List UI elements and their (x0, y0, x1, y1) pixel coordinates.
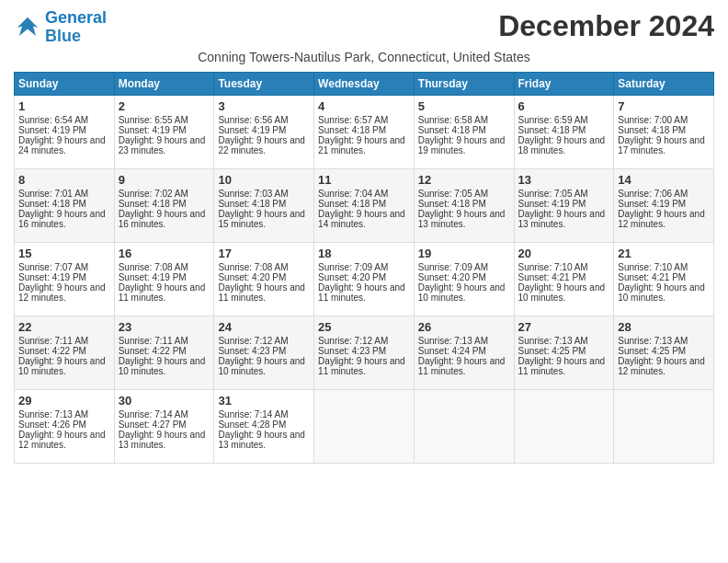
daylight-label: Daylight: 9 hours and 14 minutes. (318, 209, 405, 229)
logo-line2: Blue (45, 27, 81, 45)
day-number: 31 (218, 394, 310, 408)
daylight-label: Daylight: 9 hours and 16 minutes. (18, 209, 106, 229)
logo-text: General Blue (45, 9, 107, 46)
day-number: 8 (18, 173, 110, 187)
weekday-header-wednesday: Wednesday (314, 72, 415, 95)
sunrise-label: Sunrise: 7:13 AM (518, 336, 588, 346)
sunset-label: Sunset: 4:18 PM (418, 125, 486, 135)
daylight-label: Daylight: 9 hours and 16 minutes. (119, 209, 206, 229)
calendar-cell: 23Sunrise: 7:11 AMSunset: 4:22 PMDayligh… (114, 316, 214, 389)
weekday-header-monday: Monday (114, 72, 214, 95)
day-number: 29 (18, 394, 110, 408)
sunset-label: Sunset: 4:23 PM (318, 346, 386, 356)
calendar-cell: 6Sunrise: 6:59 AMSunset: 4:18 PMDaylight… (514, 95, 614, 168)
sunrise-label: Sunrise: 7:04 AM (318, 189, 388, 199)
sunrise-label: Sunrise: 6:56 AM (218, 115, 288, 125)
daylight-label: Daylight: 9 hours and 24 minutes. (18, 135, 106, 155)
sunset-label: Sunset: 4:19 PM (119, 125, 187, 135)
sunset-label: Sunset: 4:21 PM (518, 272, 586, 282)
sunset-label: Sunset: 4:19 PM (119, 272, 187, 282)
calendar-cell: 2Sunrise: 6:55 AMSunset: 4:19 PMDaylight… (114, 95, 214, 168)
day-number: 2 (119, 99, 210, 113)
month-title: December 2024 (498, 9, 714, 43)
sunrise-label: Sunrise: 7:05 AM (418, 189, 488, 199)
day-number: 30 (119, 394, 210, 408)
sunset-label: Sunset: 4:20 PM (318, 272, 386, 282)
day-number: 20 (518, 247, 610, 260)
sunset-label: Sunset: 4:18 PM (418, 199, 486, 209)
sunset-label: Sunset: 4:19 PM (218, 125, 286, 135)
calendar-cell: 12Sunrise: 7:05 AMSunset: 4:18 PMDayligh… (414, 168, 514, 242)
sunset-label: Sunset: 4:19 PM (18, 125, 86, 135)
sunrise-label: Sunrise: 7:11 AM (18, 336, 88, 346)
sunset-label: Sunset: 4:19 PM (18, 272, 86, 282)
sunset-label: Sunset: 4:25 PM (518, 346, 586, 356)
calendar-cell: 14Sunrise: 7:06 AMSunset: 4:19 PMDayligh… (614, 168, 714, 242)
calendar-cell: 5Sunrise: 6:58 AMSunset: 4:18 PMDaylight… (414, 95, 514, 168)
sunset-label: Sunset: 4:18 PM (318, 125, 386, 135)
sunrise-label: Sunrise: 7:14 AM (218, 409, 288, 419)
sunset-label: Sunset: 4:22 PM (18, 346, 86, 356)
calendar-cell: 1Sunrise: 6:54 AMSunset: 4:19 PMDaylight… (15, 95, 115, 168)
daylight-label: Daylight: 9 hours and 11 minutes. (119, 282, 206, 303)
daylight-label: Daylight: 9 hours and 13 minutes. (418, 209, 506, 229)
day-number: 26 (418, 320, 510, 334)
calendar-cell: 22Sunrise: 7:11 AMSunset: 4:22 PMDayligh… (15, 316, 115, 389)
calendar-cell: 9Sunrise: 7:02 AMSunset: 4:18 PMDaylight… (114, 168, 214, 242)
sunrise-label: Sunrise: 6:55 AM (119, 115, 188, 125)
sunrise-label: Sunrise: 7:09 AM (418, 262, 488, 272)
day-number: 12 (418, 173, 510, 187)
calendar-table: SundayMondayTuesdayWednesdayThursdayFrid… (14, 72, 714, 464)
calendar-cell: 15Sunrise: 7:07 AMSunset: 4:19 PMDayligh… (15, 242, 115, 316)
calendar-cell: 11Sunrise: 7:04 AMSunset: 4:18 PMDayligh… (314, 168, 415, 242)
day-number: 11 (318, 173, 410, 187)
day-number: 6 (518, 99, 610, 113)
logo-line1: General (45, 8, 107, 27)
sunset-label: Sunset: 4:19 PM (618, 199, 686, 209)
day-number: 17 (218, 247, 310, 260)
calendar-cell: 4Sunrise: 6:57 AMSunset: 4:18 PMDaylight… (314, 95, 415, 168)
sunrise-label: Sunrise: 7:07 AM (18, 262, 88, 272)
sunrise-label: Sunrise: 6:58 AM (418, 115, 488, 125)
daylight-label: Daylight: 9 hours and 12 minutes. (18, 282, 106, 303)
sunset-label: Sunset: 4:22 PM (119, 346, 187, 356)
day-number: 3 (218, 99, 310, 113)
calendar-cell: 26Sunrise: 7:13 AMSunset: 4:24 PMDayligh… (414, 316, 514, 389)
daylight-label: Daylight: 9 hours and 21 minutes. (318, 135, 405, 155)
daylight-label: Daylight: 9 hours and 19 minutes. (418, 135, 506, 155)
location-subtitle: Conning Towers-Nautilus Park, Connecticu… (14, 50, 714, 64)
daylight-label: Daylight: 9 hours and 12 minutes. (18, 430, 106, 450)
day-number: 16 (119, 247, 210, 260)
sunrise-label: Sunrise: 7:14 AM (119, 409, 188, 419)
day-number: 1 (18, 99, 110, 113)
daylight-label: Daylight: 9 hours and 10 minutes. (618, 282, 705, 303)
calendar-cell (614, 389, 714, 463)
calendar-cell: 8Sunrise: 7:01 AMSunset: 4:18 PMDaylight… (15, 168, 115, 242)
calendar-cell: 10Sunrise: 7:03 AMSunset: 4:18 PMDayligh… (214, 168, 314, 242)
calendar-cell (314, 389, 415, 463)
sunset-label: Sunset: 4:25 PM (618, 346, 686, 356)
sunrise-label: Sunrise: 7:01 AM (18, 189, 88, 199)
calendar-cell: 21Sunrise: 7:10 AMSunset: 4:21 PMDayligh… (614, 242, 714, 316)
sunrise-label: Sunrise: 7:12 AM (218, 336, 288, 346)
daylight-label: Daylight: 9 hours and 23 minutes. (119, 135, 206, 155)
sunset-label: Sunset: 4:18 PM (18, 199, 86, 209)
calendar-cell: 30Sunrise: 7:14 AMSunset: 4:27 PMDayligh… (114, 389, 214, 463)
calendar-cell: 31Sunrise: 7:14 AMSunset: 4:28 PMDayligh… (214, 389, 314, 463)
daylight-label: Daylight: 9 hours and 11 minutes. (218, 282, 305, 303)
sunset-label: Sunset: 4:18 PM (518, 125, 586, 135)
sunset-label: Sunset: 4:20 PM (218, 272, 286, 282)
daylight-label: Daylight: 9 hours and 10 minutes. (18, 356, 106, 376)
sunrise-label: Sunrise: 7:03 AM (218, 189, 288, 199)
weekday-header-tuesday: Tuesday (214, 72, 314, 95)
calendar-cell (414, 389, 514, 463)
day-number: 7 (618, 99, 710, 113)
sunrise-label: Sunrise: 6:59 AM (518, 115, 588, 125)
sunrise-label: Sunrise: 6:57 AM (318, 115, 388, 125)
sunrise-label: Sunrise: 7:12 AM (318, 336, 388, 346)
sunrise-label: Sunrise: 7:06 AM (618, 189, 688, 199)
day-number: 5 (418, 99, 510, 113)
daylight-label: Daylight: 9 hours and 18 minutes. (518, 135, 606, 155)
sunset-label: Sunset: 4:26 PM (18, 419, 86, 430)
calendar-cell: 19Sunrise: 7:09 AMSunset: 4:20 PMDayligh… (414, 242, 514, 316)
